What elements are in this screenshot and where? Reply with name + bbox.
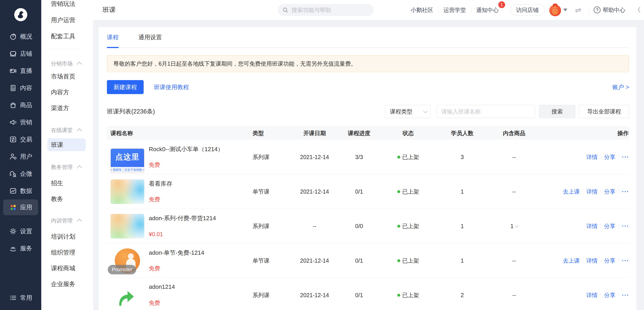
course-thumbnail[interactable] xyxy=(110,283,144,307)
subnav-item-banke[interactable]: 班课 xyxy=(47,138,86,151)
green-arrow-icon xyxy=(117,289,135,307)
header-divider xyxy=(590,6,590,15)
course-type: 系列课 xyxy=(250,291,290,299)
course-title[interactable]: adon1214 xyxy=(149,283,175,290)
subnav-item-content-provider[interactable]: 内容方 xyxy=(41,84,93,100)
subnav-item-academic[interactable]: 教务 xyxy=(41,191,93,207)
subnav-section-jiaowu[interactable]: 教务管理 xyxy=(41,159,93,175)
megaphone-icon xyxy=(9,118,17,126)
goose-logo-icon xyxy=(15,9,26,20)
share-link[interactable]: 分享 xyxy=(604,222,615,230)
row-actions: 详情 分享 ··· xyxy=(541,291,629,299)
go-to-class-link[interactable]: 去上课 xyxy=(563,188,580,195)
course-thumbnail[interactable]: Promoter xyxy=(110,248,144,273)
course-name-input[interactable] xyxy=(436,105,535,118)
more-actions-icon[interactable]: ··· xyxy=(622,154,629,161)
detail-link[interactable]: 详情 xyxy=(586,222,598,230)
academy-link[interactable]: 运营学堂 xyxy=(438,6,471,14)
detail-link[interactable]: 详情 xyxy=(586,291,598,299)
course-price: 免费 xyxy=(149,299,175,306)
account-link[interactable]: 账户 > xyxy=(612,83,629,91)
sidebar-item-overview[interactable]: 概况 xyxy=(0,28,41,45)
course-price: 免费 xyxy=(149,161,224,169)
sidebar-item-settings[interactable]: 设置 xyxy=(0,223,41,240)
community-link[interactable]: 小鹅社区 xyxy=(406,6,438,14)
course-thumbnail[interactable] xyxy=(110,214,144,238)
subnav-section-training[interactable]: 内训管理 xyxy=(41,212,93,229)
tab-courses[interactable]: 课程 xyxy=(107,27,118,48)
search-button[interactable]: 搜索 xyxy=(539,105,575,118)
subnav-item-channel[interactable]: 渠道方 xyxy=(41,100,93,116)
course-thumbnail[interactable]: 点这里 >> 请稍等，正在下发链接 << xyxy=(110,148,144,173)
notice-center-link[interactable]: 通知中心 1 xyxy=(471,6,504,14)
chart-frame-icon xyxy=(9,187,17,195)
brand-logo[interactable] xyxy=(14,8,27,21)
table-row: 看看库存 免费 单节课 2021-12-14 0/1 已上架 1 -- 去上课 … xyxy=(107,174,629,209)
included-goods[interactable]: 1 xyxy=(487,223,541,229)
status-badge: 已上架 xyxy=(379,291,438,299)
detail-link[interactable]: 详情 xyxy=(586,257,598,264)
go-to-class-link[interactable]: 去上课 xyxy=(563,257,580,264)
course-thumbnail[interactable] xyxy=(110,179,144,204)
avatar[interactable]: ✕ 福 xyxy=(549,4,561,16)
tab-general-settings[interactable]: 通用设置 xyxy=(138,27,162,48)
sidebar-item-goods[interactable]: 商品 xyxy=(0,97,41,114)
global-search-input[interactable]: 搜索功能与帮助 xyxy=(278,4,374,16)
subnav-divider xyxy=(47,49,83,49)
sidebar-item-users[interactable]: 用户 xyxy=(0,148,41,165)
sidebar-item-service[interactable]: 服务 xyxy=(0,240,41,257)
more-actions-icon[interactable]: ··· xyxy=(622,257,629,264)
secondary-sidebar: 营销玩法 用户运营 配套工具 分销市场 市场首页 内容方 渠道方 在线课堂 班课… xyxy=(41,0,93,310)
list-controls-row: 班课列表(2236条) 课程类型 搜索 导出全部课程 xyxy=(107,105,629,118)
share-link[interactable]: 分享 xyxy=(604,188,615,195)
sidebar-item-marketing[interactable]: 营销 xyxy=(0,114,41,131)
sidebar-item-frequent[interactable]: 常用 xyxy=(0,289,41,306)
export-button[interactable]: 导出全部课程 xyxy=(579,105,629,118)
course-title[interactable]: adon-单节-免费-1214 xyxy=(149,249,204,257)
course-title[interactable]: Rock0--测试小车单（1214） xyxy=(149,145,224,153)
subnav-item-marketing-play[interactable]: 营销玩法 xyxy=(41,0,93,12)
course-type-select[interactable]: 课程类型 xyxy=(385,105,431,118)
course-price: 免费 xyxy=(149,196,172,203)
subnav-section-online-class[interactable]: 在线课堂 xyxy=(41,122,93,138)
switch-account-icon[interactable]: ⇌ xyxy=(575,6,582,15)
visit-shop-button[interactable]: 访问店铺 xyxy=(510,4,545,16)
sidebar-item-content[interactable]: 内容 xyxy=(0,79,41,97)
more-actions-icon[interactable]: ··· xyxy=(622,188,629,195)
subnav-item-enterprise[interactable]: 企业服务 xyxy=(41,276,93,292)
subnav-item-training-plan[interactable]: 培训计划 xyxy=(41,229,93,244)
sidebar-item-shop[interactable]: 店铺 xyxy=(0,45,41,62)
course-title[interactable]: adon-系列-付费-带货1214 xyxy=(149,214,216,222)
subnav-item-market-home[interactable]: 市场首页 xyxy=(41,69,93,84)
sidebar-item-trade[interactable]: 交易 xyxy=(0,131,41,148)
share-link[interactable]: 分享 xyxy=(604,291,615,299)
sidebar-item-data[interactable]: 数据 xyxy=(0,182,41,199)
help-center-link[interactable]: ? 帮助中心 xyxy=(594,6,625,14)
share-link[interactable]: 分享 xyxy=(604,257,615,264)
filters: 课程类型 搜索 导出全部课程 xyxy=(385,105,629,118)
detail-link[interactable]: 详情 xyxy=(586,188,598,195)
collapse-icon[interactable]: 《 xyxy=(634,6,640,14)
expand-goods-icon[interactable] xyxy=(515,224,519,227)
table-row: adon1214 免费 系列课 2021-12-14 0/1 已上架 2 -- … xyxy=(107,278,629,310)
more-actions-icon[interactable]: ··· xyxy=(622,223,629,230)
subnav-item-org[interactable]: 组织管理 xyxy=(41,244,93,260)
tutorial-link[interactable]: 班课使用教程 xyxy=(154,83,189,91)
subnav-item-user-ops[interactable]: 用户运营 xyxy=(41,12,93,28)
chevron-down-icon[interactable] xyxy=(563,9,567,11)
course-title[interactable]: 看看库存 xyxy=(149,180,172,188)
subnav-item-enrollment[interactable]: 招生 xyxy=(41,175,93,191)
status-dot xyxy=(397,259,400,262)
subnav-item-tools[interactable]: 配套工具 xyxy=(41,28,93,45)
new-course-button[interactable]: 新建课程 xyxy=(107,80,144,94)
sidebar-item-apps[interactable]: 应用 xyxy=(3,199,38,215)
sidebar-item-live[interactable]: 直播 xyxy=(0,62,41,79)
share-link[interactable]: 分享 xyxy=(604,153,615,161)
detail-link[interactable]: 详情 xyxy=(586,153,598,161)
more-actions-icon[interactable]: ··· xyxy=(622,292,629,299)
subnav-item-course-mall[interactable]: 课程商城 xyxy=(41,260,93,276)
apps-grid-icon xyxy=(9,203,17,211)
main-column: 班课 搜索功能与帮助 小鹅社区 运营学堂 通知中心 1 访问店铺 ✕ xyxy=(93,0,644,310)
student-count: 3 xyxy=(438,154,487,160)
sidebar-item-qiwei[interactable]: 企微 xyxy=(0,165,41,182)
